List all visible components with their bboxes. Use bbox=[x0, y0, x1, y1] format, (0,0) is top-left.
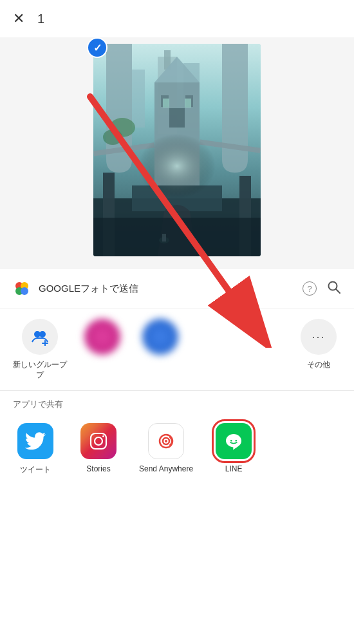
contact-item-2[interactable] bbox=[138, 319, 183, 360]
svg-point-40 bbox=[102, 435, 104, 437]
contact-circle-1 bbox=[84, 319, 120, 355]
svg-line-33 bbox=[336, 289, 340, 293]
svg-rect-19 bbox=[163, 99, 169, 108]
svg-point-16 bbox=[138, 134, 216, 198]
svg-rect-23 bbox=[93, 218, 261, 256]
twitter-icon-wrap bbox=[17, 423, 53, 459]
selection-checkmark bbox=[87, 37, 107, 58]
twitter-app-item[interactable]: ツイート bbox=[13, 423, 58, 475]
line-icon-wrap bbox=[216, 423, 252, 459]
sendanywhere-label: Send Anywhere bbox=[139, 464, 193, 473]
svg-point-13 bbox=[103, 129, 122, 145]
instagram-icon-wrap bbox=[80, 423, 116, 459]
apps-row: ツイート Stories bbox=[0, 415, 354, 488]
selected-image-wrapper bbox=[93, 44, 261, 256]
svg-rect-46 bbox=[230, 440, 232, 442]
share-section: GOOGLEフォトで送信 ? 新しいグループプ bbox=[0, 269, 354, 488]
google-photos-row: GOOGLEフォトで送信 ? bbox=[0, 269, 354, 308]
twitter-label: ツイート bbox=[20, 464, 51, 475]
more-contacts-item[interactable]: ··· その他 bbox=[296, 319, 341, 370]
more-circle: ··· bbox=[301, 319, 337, 355]
line-app-item[interactable]: LINE bbox=[211, 423, 256, 473]
instagram-label: Stories bbox=[86, 464, 110, 473]
image-area bbox=[0, 37, 354, 269]
svg-rect-25 bbox=[162, 234, 166, 242]
contacts-row: 新しいグループプ ··· その他 bbox=[0, 308, 354, 390]
search-icon[interactable] bbox=[327, 280, 341, 298]
google-photos-label: GOOGLEフォトで送信 bbox=[39, 283, 297, 295]
selection-count: 1 bbox=[37, 12, 44, 26]
svg-point-35 bbox=[39, 331, 46, 337]
contact-item-1[interactable] bbox=[80, 319, 125, 360]
svg-rect-20 bbox=[185, 99, 191, 108]
header: ✕ 1 bbox=[0, 0, 354, 37]
section-label: アプリで共有 bbox=[0, 391, 354, 415]
line-label: LINE bbox=[225, 464, 243, 473]
google-photos-icon bbox=[13, 279, 31, 298]
contact-circle-2 bbox=[142, 319, 178, 355]
sendanywhere-app-item[interactable]: Send Anywhere bbox=[139, 423, 193, 473]
svg-point-31 bbox=[21, 287, 28, 295]
more-dots-icon: ··· bbox=[312, 330, 325, 344]
svg-point-39 bbox=[95, 437, 102, 445]
sendanywhere-icon-wrap bbox=[148, 423, 184, 459]
artwork-svg bbox=[93, 44, 261, 256]
svg-rect-47 bbox=[236, 440, 238, 442]
add-group-item[interactable]: 新しいグループプ bbox=[13, 319, 67, 380]
close-button[interactable]: ✕ bbox=[13, 10, 24, 27]
selected-image bbox=[93, 44, 261, 256]
svg-rect-9 bbox=[169, 108, 185, 128]
add-group-circle bbox=[22, 319, 58, 355]
help-icon[interactable]: ? bbox=[303, 281, 317, 296]
instagram-app-item[interactable]: Stories bbox=[76, 423, 121, 473]
svg-point-44 bbox=[165, 440, 167, 442]
add-group-label: 新しいグループプ bbox=[13, 360, 67, 380]
svg-rect-4 bbox=[132, 70, 145, 128]
more-label: その他 bbox=[307, 360, 330, 370]
